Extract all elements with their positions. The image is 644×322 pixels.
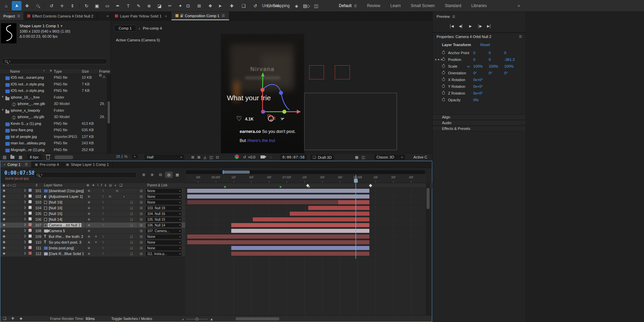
zoom-value[interactable]: 28.1 % <box>116 154 127 158</box>
label-color-chip[interactable] <box>29 235 32 238</box>
tab-project[interactable]: Project ☰ <box>0 12 24 20</box>
expand-timeline-icon[interactable]: ❑ <box>3 316 6 321</box>
previous-frame-button[interactable]: ◀│ <box>457 23 465 29</box>
draft-3d-button[interactable]: ❏Draft 3D <box>310 154 334 160</box>
list-item[interactable]: man loo...ableau.pngPNG file243 KB <box>0 140 107 147</box>
list-item[interactable]: Kevin S...y (1).pngPNG file413 KB <box>0 120 107 127</box>
snapshot-grid-icon[interactable]: ◫ <box>360 154 366 160</box>
layer-name[interactable]: Camera 5 <box>49 229 65 233</box>
shy-layers-icon[interactable]: ⊕ <box>148 172 156 178</box>
home-icon[interactable]: ⌂ <box>1 1 11 10</box>
tab-overflow-icon[interactable]: » <box>105 12 111 20</box>
workspace-overflow-icon[interactable]: » <box>518 3 520 8</box>
eraser-tool[interactable]: ◪ <box>155 1 164 10</box>
workspace-libraries[interactable]: Libraries <box>471 3 487 8</box>
project-column-header[interactable]: Name ▲ ⚑ Type Size Frame R <box>0 68 111 74</box>
trash-icon[interactable] <box>46 156 50 159</box>
chevron-down-icon[interactable]: ▾ <box>179 217 180 222</box>
pickwhip-icon[interactable]: ◎ <box>140 212 143 215</box>
layer-expand-icon[interactable]: ❯ <box>24 246 26 249</box>
panel-menu-icon[interactable]: ☰ <box>25 163 28 166</box>
link-values-icon[interactable]: ∞ <box>467 64 473 68</box>
pickwhip-icon[interactable]: ◎ <box>140 189 143 192</box>
pickwhip-icon[interactable]: ◎ <box>140 229 143 232</box>
gizmo-reset-icon[interactable]: ↺ <box>250 1 260 10</box>
tab-timeline-shapelayer[interactable]: ▦ Shape Layer 1 Comp 1 <box>63 161 113 168</box>
list-item[interactable]: Mograph...re (1).pngPNG file252 KB <box>0 147 107 153</box>
pan-camera-tool[interactable]: ✛ <box>57 1 67 10</box>
workspace-standard[interactable]: Standard <box>445 3 461 8</box>
tab-timeline-comp1[interactable]: × Comp 1 ☰ <box>0 161 32 168</box>
parent-dropdown[interactable]: None▾ <box>146 194 182 199</box>
stopwatch-icon[interactable] <box>442 91 448 95</box>
lock-icon[interactable] <box>180 15 183 17</box>
property-value[interactable]: 0 <box>473 51 489 55</box>
gizmo-box-icon[interactable]: ❑ <box>239 1 248 10</box>
time-ruler[interactable]: 45f06:00f15f30f45f07:00f15f30f45f08:00f1… <box>185 175 426 183</box>
layer-track[interactable] <box>185 194 426 200</box>
property-value[interactable]: 0 <box>489 51 504 55</box>
timeline-vertical-scrollbar[interactable] <box>426 183 430 316</box>
property-value[interactable]: 0° <box>489 71 504 75</box>
chevron-down-icon[interactable]: ▾ <box>179 229 180 233</box>
pixel-aspect-icon[interactable]: ⊡ <box>215 154 220 160</box>
layer-switches[interactable]: ⊕ <box>85 228 136 234</box>
timeline-zoom-slider[interactable]: ▲ ▲ <box>182 317 213 321</box>
eye-icon[interactable]: ◉ <box>3 223 5 226</box>
new-folder-icon[interactable] <box>10 155 14 160</box>
scrollbar-thumb[interactable] <box>108 101 110 123</box>
fast-previews-icon[interactable]: ▦ <box>354 154 359 160</box>
pickwhip-icon[interactable]: ◎ <box>140 200 143 204</box>
eye-icon[interactable]: ◉ <box>3 229 5 232</box>
layer-switches[interactable]: ⊕ \ ❏ <box>85 245 136 251</box>
layer-switches[interactable]: ⊕ \ ❏ <box>85 217 136 222</box>
parent-dropdown[interactable]: None▾ <box>146 200 182 205</box>
section-effects-presets[interactable]: Effects & Presets <box>433 126 526 131</box>
layer-track[interactable] <box>185 228 426 234</box>
eye-icon[interactable]: ◉ <box>3 240 5 244</box>
layer-expand-icon[interactable]: ❯ <box>24 217 26 220</box>
layer-track[interactable] <box>185 200 426 205</box>
layer-row[interactable]: ◉❯104[Null 16]⊕ \ ❏◎103. Null 19▾ <box>0 205 185 211</box>
keyframe-marker-strip[interactable] <box>185 183 426 188</box>
layer-expand-icon[interactable]: ❯ <box>24 235 26 238</box>
layer-track[interactable] <box>185 245 426 251</box>
keyframe-diamond-icon[interactable] <box>369 184 372 187</box>
layer-row[interactable]: ◉❯106[Null 14]⊕ \ ❏◎105. Null 15▾ <box>0 217 185 222</box>
snapping-checkbox[interactable] <box>267 4 271 7</box>
property-value[interactable]: 0 <box>489 58 504 62</box>
layer-duration-bar[interactable] <box>231 252 369 256</box>
orbit-camera-tool[interactable]: ↺ <box>47 1 56 10</box>
chevron-down-icon[interactable]: ▾ <box>179 189 180 193</box>
label-color-chip[interactable] <box>29 200 32 203</box>
layer-duration-bar[interactable] <box>231 246 369 250</box>
layer-duration-bar[interactable] <box>231 223 369 227</box>
project-search-input[interactable]: ▾ <box>2 58 108 64</box>
folder-expand-icon[interactable]: ▼ <box>1 95 4 98</box>
layer-row[interactable]: ◉❯110TSo you don't post. 3⊕✦\ ❏◎None▾ <box>0 240 185 245</box>
property-value[interactable]: 0° <box>473 71 489 75</box>
parent-dropdown[interactable]: None▾ <box>146 246 182 250</box>
eye-icon[interactable]: ◉ <box>3 206 5 209</box>
timeline-navigator-bar[interactable] <box>186 170 425 174</box>
layer-name[interactable]: But #he... the truth: 2 <box>49 235 83 239</box>
label-color-chip[interactable] <box>29 252 32 255</box>
property-value[interactable]: 0x+0° <box>473 91 489 95</box>
section-align[interactable]: Align <box>433 114 526 120</box>
chevron-down-icon[interactable]: ▾ <box>179 200 180 205</box>
label-color-chip[interactable] <box>29 246 32 249</box>
stopwatch-icon[interactable] <box>442 98 448 102</box>
breadcrumb-precomp4[interactable]: Pre-comp 4 <box>143 26 162 30</box>
pickwhip-icon[interactable]: ◎ <box>140 223 143 227</box>
layer-expand-icon[interactable]: ❯ <box>24 206 26 209</box>
current-time-indicator[interactable] <box>355 175 356 259</box>
label-color-chip[interactable] <box>29 206 32 209</box>
property-value[interactable]: 0x+0° <box>473 78 489 82</box>
keyframe-navigator[interactable]: ◀ ◆ ▶ <box>435 58 442 61</box>
channel-icon[interactable] <box>235 154 239 159</box>
layer-row[interactable]: ◉❯107Camera ...bit Null 2⊕ \ ❏◎106. Null… <box>0 222 185 228</box>
label-color-chip[interactable] <box>29 223 32 226</box>
list-item[interactable]: ▼iphone_16_-_freeFolder <box>0 94 107 101</box>
pickwhip-icon[interactable]: ◎ <box>140 246 143 250</box>
rectangle-tool[interactable]: ▭ <box>103 1 112 10</box>
